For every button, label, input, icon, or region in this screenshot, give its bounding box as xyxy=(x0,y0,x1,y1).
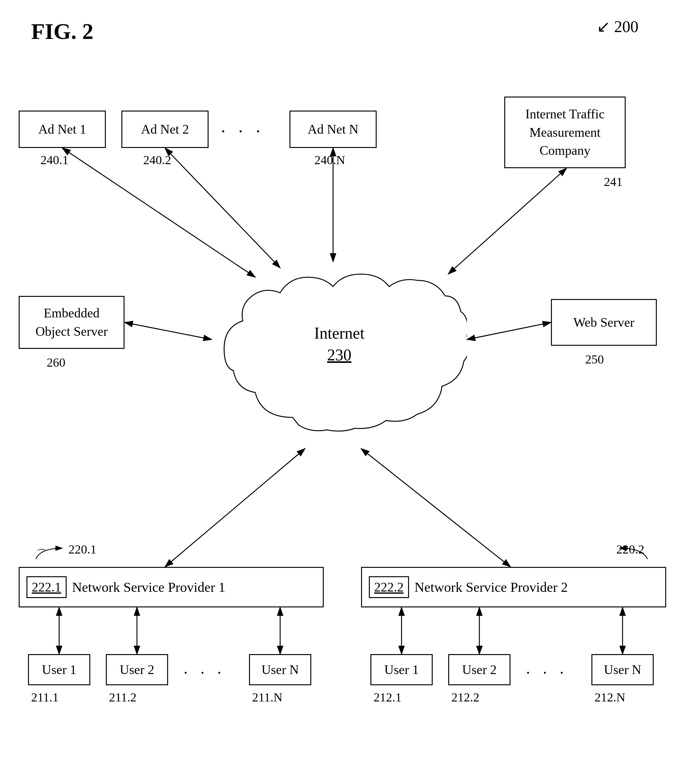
eos-box: Embedded Object Server xyxy=(19,296,124,349)
nsp1-ref: 220.1 xyxy=(69,542,97,557)
adnet1-ref: 240.1 xyxy=(40,153,69,167)
eos-ref: 260 xyxy=(47,355,65,370)
svg-line-10 xyxy=(165,449,305,567)
webserver-ref: 250 xyxy=(585,352,604,367)
figure-title: FIG. 2 xyxy=(31,19,93,45)
adnet2-ref: 240.2 xyxy=(143,153,171,167)
itmc-box: Internet Traffic Measurement Company xyxy=(504,97,626,168)
adnet-dots: · · · xyxy=(221,121,265,141)
nsp2-inner: 222.2 xyxy=(369,576,409,598)
nsp2-user-dots: · · · xyxy=(526,663,568,682)
adnetN-box: Ad Net N xyxy=(290,110,377,148)
nsp1-userN-box: User N xyxy=(249,654,311,685)
itmc-ref: 241 xyxy=(604,174,623,189)
nsp1-box: 222.1 Network Service Provider 1 xyxy=(19,567,324,607)
internet-sublabel: 230 xyxy=(327,346,351,364)
nsp2-box: 222.2 Network Service Provider 2 xyxy=(361,567,666,607)
nsp1-curve-arrow: ⌒ xyxy=(36,547,48,562)
nsp1-userN-ref: 211.N xyxy=(252,690,282,704)
nsp2-user1-ref: 212.1 xyxy=(373,690,402,704)
nsp1-user-dots: · · · xyxy=(184,663,226,682)
nsp1-user2-ref: 211.2 xyxy=(109,690,137,704)
svg-line-9 xyxy=(467,323,551,340)
nsp1-user1-box: User 1 xyxy=(28,654,90,685)
nsp2-user2-ref: 212.2 xyxy=(451,690,480,704)
nsp2-userN-box: User N xyxy=(591,654,654,685)
svg-line-8 xyxy=(124,323,212,340)
svg-line-5 xyxy=(165,148,280,268)
nsp2-userN-ref: 212.N xyxy=(594,690,625,704)
nsp2-ref: 220.2 xyxy=(616,542,644,557)
nsp1-inner: 222.1 xyxy=(27,576,67,598)
adnetN-ref: 240.N xyxy=(314,153,345,167)
figure-reference: ↙ 200 xyxy=(597,17,638,36)
webserver-box: Web Server xyxy=(551,299,657,346)
adnet2-box: Ad Net 2 xyxy=(121,110,209,148)
nsp1-user2-box: User 2 xyxy=(106,654,168,685)
internet-label: Internet xyxy=(314,324,365,342)
nsp1-user1-ref: 211.1 xyxy=(31,690,59,704)
arrow-icon: ↙ xyxy=(597,17,610,36)
nsp2-user2-box: User 2 xyxy=(448,654,510,685)
internet-cloud: Internet 230 xyxy=(212,255,467,449)
adnet1-box: Ad Net 1 xyxy=(19,110,106,148)
nsp2-user1-box: User 1 xyxy=(370,654,433,685)
svg-line-11 xyxy=(361,449,510,567)
